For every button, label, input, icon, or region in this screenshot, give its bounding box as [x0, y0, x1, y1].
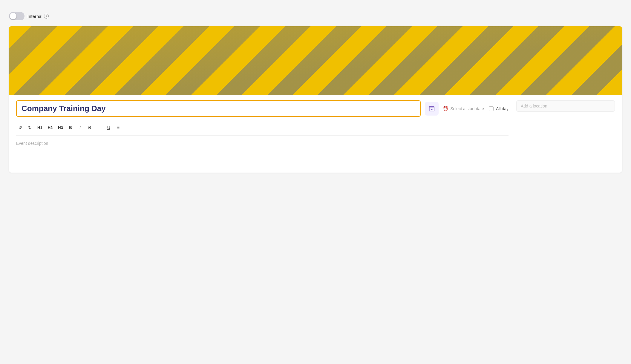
clock-icon: ⏰	[443, 106, 448, 111]
calendar-icon	[428, 105, 435, 112]
h3-button[interactable]: H3	[56, 123, 65, 132]
italic-button[interactable]: I	[76, 123, 84, 132]
underline-button[interactable]: U	[105, 123, 113, 132]
all-day-label: All day	[496, 106, 509, 111]
undo-button[interactable]: ↺	[16, 123, 24, 132]
internal-label: Internal	[27, 14, 42, 19]
bold-button[interactable]: B	[66, 123, 75, 132]
internal-toggle[interactable]	[9, 12, 24, 20]
redo-button[interactable]: ↻	[26, 123, 34, 132]
h1-button[interactable]: H1	[35, 123, 45, 132]
info-icon: i	[44, 14, 49, 19]
all-day-checkbox[interactable]	[489, 106, 494, 111]
form-section: ⏰ Select a start date All day ↺ ↻ H1 H2	[9, 95, 622, 173]
text-toolbar: ↺ ↻ H1 H2 H3 B I S — U ≡	[16, 122, 509, 136]
start-date-selector[interactable]: ⏰ Select a start date	[443, 106, 484, 111]
event-description[interactable]: Event description	[16, 140, 509, 164]
calendar-button[interactable]	[425, 102, 439, 116]
h2-button[interactable]: H2	[46, 123, 55, 132]
event-form-card: ⏰ Select a start date All day ↺ ↻ H1 H2	[9, 26, 622, 173]
divider-button[interactable]: —	[95, 123, 103, 132]
location-input[interactable]	[516, 100, 615, 112]
start-date-label: Select a start date	[450, 106, 484, 111]
event-banner	[9, 26, 622, 95]
list-button[interactable]: ≡	[114, 123, 122, 132]
event-title-input[interactable]	[16, 100, 421, 117]
strikethrough-button[interactable]: S	[85, 123, 94, 132]
